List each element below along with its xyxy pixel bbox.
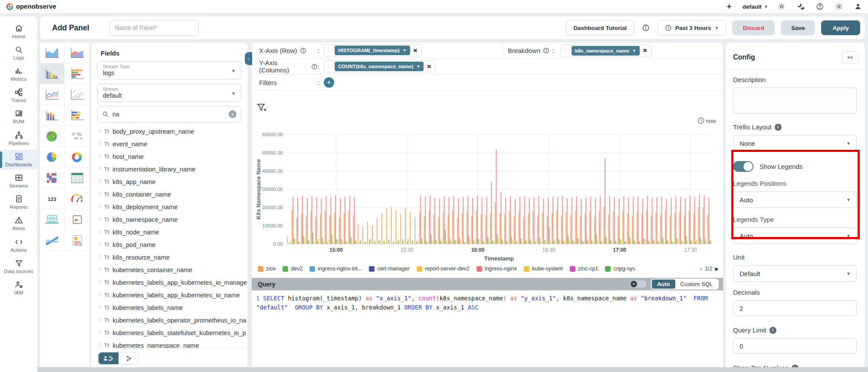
- brand[interactable]: openobserve: [6, 3, 56, 10]
- chart-type-sankey[interactable]: [40, 230, 65, 251]
- sidebar-item-home[interactable]: Home: [0, 22, 37, 42]
- chart-type-gauge[interactable]: [65, 188, 89, 209]
- field-item[interactable]: ⠿Ttinstrumentation_library_name: [91, 163, 247, 175]
- clear-search-icon[interactable]: ✕: [229, 110, 237, 118]
- drag-handle-icon[interactable]: ⠿: [98, 128, 101, 134]
- field-item[interactable]: ⠿Ttkubernetes_labels_app_kubernetes_io_m…: [91, 276, 247, 289]
- custom-sql-tab[interactable]: Custom SQL: [675, 280, 718, 289]
- drag-handle-icon[interactable]: ⋮⋮: [326, 64, 333, 69]
- field-item[interactable]: ⠿Ttevent_name: [91, 138, 247, 150]
- drag-handle-icon[interactable]: ⠿: [98, 342, 101, 348]
- drag-handle-icon[interactable]: ⠿: [98, 217, 101, 222]
- field-item[interactable]: ⠿Ttk8s_pod_name: [91, 238, 247, 251]
- field-item[interactable]: ⠿Ttk8s_deployment_name: [91, 201, 247, 213]
- info-icon[interactable]: i: [775, 124, 782, 131]
- field-search[interactable]: ✕: [97, 106, 241, 122]
- drag-handle-icon[interactable]: ⠿: [98, 317, 101, 323]
- chart-type-pie[interactable]: [40, 147, 65, 168]
- sidebar-item-rum[interactable]: RUM: [0, 107, 37, 127]
- drag-handle-icon[interactable]: ⠿: [98, 305, 101, 310]
- legend-item[interactable]: ziox: [258, 266, 276, 272]
- legend-item[interactable]: kube-system: [524, 266, 563, 272]
- drag-handle-icon[interactable]: ⠿: [98, 191, 101, 197]
- org-selector[interactable]: default ▼: [743, 3, 768, 10]
- sql-editor[interactable]: 1 SELECT histogram(_timestamp) as "x_axi…: [252, 290, 723, 368]
- legend-item[interactable]: dev2: [283, 266, 302, 272]
- field-item[interactable]: ⠿Ttk8s_namespace_name: [91, 213, 247, 226]
- drag-handle-icon[interactable]: ⠿: [98, 204, 101, 210]
- field-item[interactable]: ⠿Ttkubernetes_labels_app_kubernetes_io_n…: [91, 289, 247, 301]
- sidebar-item-dashboards[interactable]: Dashboards: [0, 150, 37, 170]
- show-legends-toggle[interactable]: [733, 161, 753, 172]
- y-axis-chip[interactable]: COUNT(k8s_namespace_name)▼: [335, 62, 424, 71]
- sidebar-item-streams[interactable]: Streams: [0, 171, 37, 191]
- remove-breakdown-icon[interactable]: ✕: [641, 47, 649, 54]
- ai-query-toggle[interactable]: ✦: [630, 280, 647, 288]
- info-icon[interactable]: [640, 22, 651, 33]
- chart-type-h-bar[interactable]: [65, 63, 89, 84]
- drag-handle-icon[interactable]: ⠿: [98, 154, 101, 159]
- field-item[interactable]: ⠿Tthost_name: [91, 150, 247, 163]
- sidebar-item-iam[interactable]: IAM: [0, 278, 37, 298]
- field-item[interactable]: ⠿Ttbody_proxy_upstream_name: [91, 125, 247, 138]
- chart-type-h-stacked-bar[interactable]: [65, 105, 89, 126]
- time-range-picker[interactable]: Past 3 Hours ▼: [658, 20, 726, 35]
- drag-handle-icon[interactable]: ⠿: [98, 179, 101, 184]
- drag-handle-icon[interactable]: ⠿: [98, 330, 101, 336]
- chart-type-stacked-bar[interactable]: [40, 105, 65, 126]
- chart-type-table[interactable]: [65, 168, 89, 188]
- chart-type-area-overlap[interactable]: [65, 43, 89, 63]
- user-defined-schema-toggle[interactable]: [99, 352, 118, 364]
- sidebar-item-reports[interactable]: Reports: [0, 192, 37, 212]
- drag-handle-icon[interactable]: ⋮⋮: [563, 48, 570, 53]
- decimals-input[interactable]: [733, 300, 857, 316]
- legends-positions-select[interactable]: Auto▼: [733, 191, 857, 208]
- legend-item[interactable]: ingress-nginx-int...: [309, 266, 362, 272]
- legend-item[interactable]: ingress-nginx: [477, 266, 517, 272]
- x-axis-chip[interactable]: HISTOGRAM(_timestamp)▼: [335, 46, 410, 55]
- drag-handle-icon[interactable]: ⠿: [98, 280, 101, 285]
- drag-handle-icon[interactable]: ⠿: [98, 141, 101, 147]
- theme-sun-icon[interactable]: [776, 1, 787, 12]
- save-button[interactable]: Save: [781, 20, 815, 35]
- info-icon[interactable]: i: [769, 327, 776, 334]
- add-filter-condition-icon[interactable]: [258, 104, 266, 111]
- ai-sparkle-icon[interactable]: [723, 1, 735, 12]
- profile-icon[interactable]: [852, 1, 864, 12]
- legends-type-select[interactable]: Auto▼: [733, 227, 857, 244]
- field-item[interactable]: ⠿Ttk8s_resource_name: [91, 251, 247, 263]
- legend-item[interactable]: cert-manager: [369, 266, 409, 272]
- remove-x-axis-icon[interactable]: ✕: [412, 47, 419, 54]
- field-item[interactable]: ⠿Ttk8s_app_name: [91, 175, 247, 188]
- field-item[interactable]: ⠿Ttkubernetes_labels_operator_prometheus…: [91, 314, 247, 326]
- drag-handle-icon[interactable]: ⋮⋮: [326, 48, 333, 53]
- chart-type-geomap[interactable]: [40, 126, 65, 147]
- drag-handle-icon[interactable]: ⠿: [98, 242, 101, 247]
- chart-type-heatmap[interactable]: [40, 168, 65, 188]
- description-input[interactable]: [733, 88, 857, 114]
- chart-type-bar[interactable]: [40, 63, 65, 84]
- breakdown-chip[interactable]: k8s_namespace_name▼: [572, 46, 640, 56]
- apply-button[interactable]: Apply: [821, 20, 860, 35]
- stream-type-select[interactable]: Stream Type logs ▼: [97, 61, 241, 79]
- chart-type-donut[interactable]: [65, 147, 89, 168]
- auto-query-tab[interactable]: Auto: [652, 280, 675, 289]
- chart-type-area[interactable]: [40, 43, 65, 63]
- chart-type-markdown[interactable]: M↓: [65, 209, 89, 230]
- timeseries-chart[interactable]: now0.0010000.0020000.0030000.0040000.005…: [252, 96, 723, 263]
- chart-type-maps[interactable]: [65, 126, 89, 147]
- legend-next-icon[interactable]: ▶: [715, 266, 719, 272]
- sidebar-item-alerts[interactable]: Alerts: [0, 214, 37, 234]
- chart-type-html-editor[interactable]: </>: [40, 209, 65, 230]
- field-item[interactable]: ⠿Ttkubernetes_labels_name: [91, 301, 247, 314]
- legend-item[interactable]: zinc-cp1: [570, 266, 598, 272]
- legend-prev-icon[interactable]: ◀: [699, 266, 702, 272]
- legend-item[interactable]: cnpg-sys: [605, 266, 635, 272]
- dashboard-tutorial-button[interactable]: Dashboard Tutorial: [566, 20, 634, 35]
- field-search-input[interactable]: [112, 111, 225, 118]
- field-item[interactable]: ⠿Ttkubernetes_container_name: [91, 263, 247, 276]
- help-icon[interactable]: [814, 1, 825, 12]
- trellis-layout-select[interactable]: None▼: [733, 135, 857, 151]
- sidebar-item-data-sources[interactable]: Data sources: [0, 257, 37, 277]
- sidebar-item-logs[interactable]: Logs: [0, 43, 37, 63]
